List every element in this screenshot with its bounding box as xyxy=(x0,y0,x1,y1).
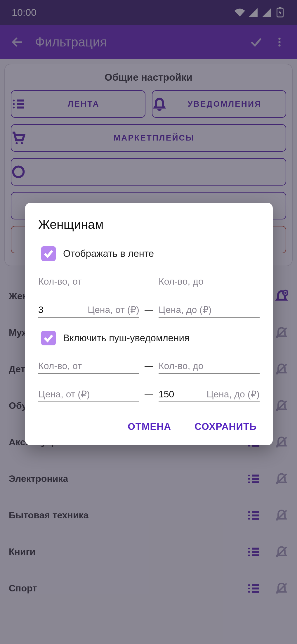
input-placeholder: Кол-во, до xyxy=(159,361,204,371)
feed-price-to-input[interactable]: Цена, до (₽) xyxy=(159,302,260,318)
enable-push-label: Включить пуш-уведомления xyxy=(63,333,190,344)
feed-price-from-input[interactable]: 3 Цена, от (₽) xyxy=(38,302,139,318)
save-button[interactable]: СОХРАНИТЬ xyxy=(192,417,260,437)
show-in-feed-checkbox[interactable] xyxy=(41,246,56,261)
show-in-feed-label: Отображать в ленте xyxy=(63,248,154,259)
push-price-from-input[interactable]: Цена, от (₽) xyxy=(38,387,139,402)
input-placeholder: Кол-во, до xyxy=(159,276,204,287)
dialog-title: Женщинам xyxy=(38,217,260,232)
input-value: 3 xyxy=(38,304,44,315)
category-filter-dialog: Женщинам Отображать в ленте Кол-во, от —… xyxy=(25,203,273,445)
range-dash: — xyxy=(145,305,153,318)
push-price-to-input[interactable]: 150 Цена, до (₽) xyxy=(159,387,260,402)
feed-qty-from-input[interactable]: Кол-во, от xyxy=(38,274,139,289)
range-dash: — xyxy=(145,276,153,289)
range-dash: — xyxy=(145,361,153,374)
check-icon xyxy=(43,248,54,259)
input-placeholder: Цена, до (₽) xyxy=(159,304,211,315)
range-dash: — xyxy=(145,389,153,402)
push-qty-from-input[interactable]: Кол-во, от xyxy=(38,359,139,374)
input-placeholder: Цена, до (₽) xyxy=(207,389,260,400)
input-placeholder: Кол-во, от xyxy=(38,276,82,287)
push-qty-to-input[interactable]: Кол-во, до xyxy=(159,359,260,374)
cancel-button[interactable]: ОТМЕНА xyxy=(125,417,174,437)
input-placeholder: Цена, от (₽) xyxy=(88,304,139,315)
feed-qty-to-input[interactable]: Кол-во, до xyxy=(159,274,260,289)
input-placeholder: Цена, от (₽) xyxy=(38,389,90,400)
check-icon xyxy=(43,333,54,344)
input-value: 150 xyxy=(159,389,174,400)
input-placeholder: Кол-во, от xyxy=(38,361,82,371)
enable-push-checkbox[interactable] xyxy=(41,331,56,345)
